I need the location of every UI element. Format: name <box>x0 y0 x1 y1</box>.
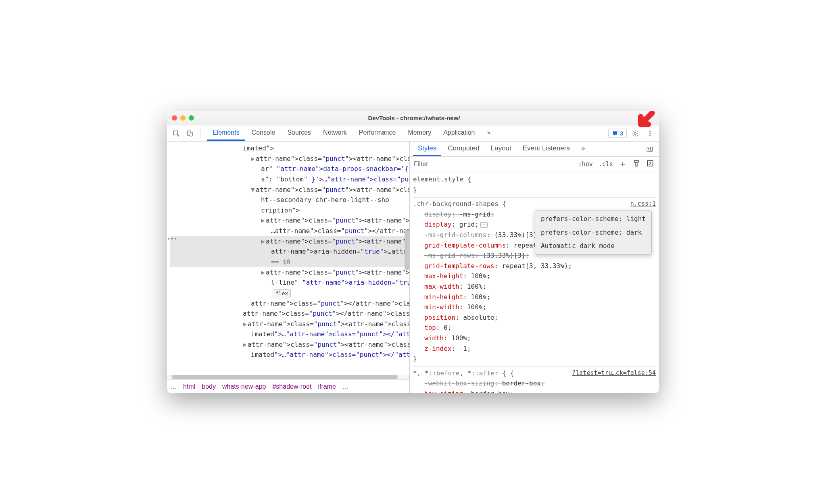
dom-line[interactable]: imated">…"attr-name">class="punct"></"at… <box>170 350 409 360</box>
dom-line[interactable]: l-line" "attr-name">aria-hidden="true">…… <box>170 277 409 288</box>
rendering-emulation-icon[interactable] <box>630 158 643 170</box>
cls-toggle[interactable]: .cls <box>596 159 615 169</box>
source-link[interactable]: n.css:1 <box>630 199 656 208</box>
gutter-dots[interactable]: ••• <box>167 234 177 243</box>
device-toggle-icon[interactable] <box>184 127 196 140</box>
dom-line[interactable]: cription"> <box>170 205 409 216</box>
dom-line[interactable]: ▶attr-name">class="punct"><attr-name">cl… <box>170 339 409 350</box>
dom-line[interactable]: ▶attr-name">class="punct"><attr-name">cl… <box>170 154 409 164</box>
hov-toggle[interactable]: :hov <box>576 159 595 169</box>
tab-memory[interactable]: Memory <box>402 126 437 141</box>
scrollbar-horizontal[interactable] <box>167 375 409 379</box>
tab-network[interactable]: Network <box>317 126 353 141</box>
issues-badge[interactable]: 3 <box>608 129 627 138</box>
dom-line[interactable]: ht--secondary chr-hero-light--sho <box>170 195 409 205</box>
tabs-overflow-icon[interactable]: » <box>481 126 496 141</box>
titlebar: DevTools - chrome://whats-new/ <box>167 111 659 125</box>
tab-layout[interactable]: Layout <box>486 142 516 156</box>
dom-line[interactable]: attr-name">class="punct"></attr-name">cl… <box>170 298 409 309</box>
source-link[interactable]: ?latest=tru…ck=false:54 <box>572 368 656 378</box>
tab-console[interactable]: Console <box>246 126 281 141</box>
panel-tabs: Elements Console Sources Network Perform… <box>207 126 607 141</box>
zoom-window[interactable] <box>189 115 194 121</box>
minimize-window[interactable] <box>180 115 186 121</box>
breadcrumb-item[interactable]: … <box>342 383 349 390</box>
svg-point-6 <box>649 135 651 136</box>
styles-panel: Styles Computed Layout Event Listeners »… <box>410 142 659 393</box>
tab-elements[interactable]: Elements <box>207 126 245 141</box>
dom-line[interactable]: attr-name">aria-hidden="true">…attr-name… <box>170 246 409 257</box>
popup-item[interactable]: prefers-color-scheme: dark <box>535 226 651 240</box>
breadcrumb: …htmlbodywhats-new-app#shadow-rootiframe… <box>167 379 409 393</box>
tab-event-listeners[interactable]: Event Listeners <box>518 142 575 156</box>
window-controls <box>172 115 194 121</box>
svg-rect-7 <box>647 147 653 151</box>
dom-line[interactable]: ar" "attr-name">data-props-snackbar='{"d… <box>170 164 409 174</box>
dom-line[interactable]: == $0 <box>170 257 409 267</box>
computed-sidebar-icon[interactable] <box>644 158 657 170</box>
styles-tabs-overflow-icon[interactable]: » <box>576 142 590 156</box>
dom-line[interactable]: attr-name">class="punct"></attr-name">cl… <box>170 308 409 319</box>
tab-performance[interactable]: Performance <box>353 126 402 141</box>
css-rule[interactable]: element.style {} <box>413 173 656 198</box>
filter-row: :hov .cls ＋ <box>410 157 659 171</box>
window-title: DevTools - chrome://whats-new/ <box>194 115 634 121</box>
dom-line[interactable]: imated">…"attr-name">class="punct"></"at… <box>170 329 409 339</box>
main-toolbar: Elements Console Sources Network Perform… <box>167 125 659 142</box>
toggle-sidebar-icon[interactable] <box>644 143 656 155</box>
dom-line[interactable]: s": "bottom" }'>…"attr-name">class="punc… <box>170 174 409 185</box>
dom-line[interactable]: ▶attr-name">class="punct"><attr-name">cl… <box>170 319 409 329</box>
devtools-window: DevTools - chrome://whats-new/ Elements … <box>167 111 659 393</box>
breadcrumb-item[interactable]: html <box>183 383 195 390</box>
popup-item[interactable]: Automatic dark mode <box>535 239 651 253</box>
breadcrumb-item[interactable]: … <box>170 383 177 390</box>
rendering-emulation-popup: prefers-color-scheme: light prefers-colo… <box>535 210 652 255</box>
dom-line[interactable]: flex <box>170 288 409 298</box>
filter-input[interactable] <box>410 160 574 168</box>
dom-line[interactable]: ▶attr-name">class="punct"><attr-name">cl… <box>170 267 409 278</box>
issues-count: 3 <box>620 130 623 137</box>
svg-rect-2 <box>190 132 192 136</box>
breadcrumb-item[interactable]: whats-new-app <box>222 383 266 390</box>
dom-line[interactable]: ▼attr-name">class="punct"><attr-name">cl… <box>170 185 409 195</box>
popup-item[interactable]: prefers-color-scheme: light <box>535 212 651 226</box>
dom-line[interactable]: …attr-name">class="punct"></attr-name">c… <box>170 226 409 236</box>
svg-rect-8 <box>647 160 653 166</box>
tab-styles[interactable]: Styles <box>413 142 441 156</box>
grid-badge-icon[interactable] <box>480 222 488 228</box>
dom-tree[interactable]: imated">▶attr-name">class="punct"><attr-… <box>167 142 409 375</box>
tab-computed[interactable]: Computed <box>443 142 484 156</box>
tab-application[interactable]: Application <box>438 126 480 141</box>
breadcrumb-item[interactable]: iframe <box>318 383 336 390</box>
scrollbar-vertical[interactable] <box>405 230 409 271</box>
css-rule[interactable]: ?latest=tru…ck=false:54*, *::before, *::… <box>413 367 656 393</box>
inspect-icon[interactable] <box>170 127 182 140</box>
elements-panel: imated">▶attr-name">class="punct"><attr-… <box>167 142 410 393</box>
dom-line[interactable]: ▶attr-name">class="punct"><attr-name">cl… <box>170 236 409 247</box>
tab-sources[interactable]: Sources <box>282 126 317 141</box>
breadcrumb-item[interactable]: #shadow-root <box>272 383 311 390</box>
close-window[interactable] <box>172 115 177 121</box>
dom-line[interactable]: ▶attr-name">class="punct"><attr-name">cl… <box>170 215 409 226</box>
dom-line[interactable]: imated"> <box>170 143 409 154</box>
breadcrumb-item[interactable]: body <box>202 383 216 390</box>
new-rule-icon[interactable]: ＋ <box>616 157 629 171</box>
styles-tabs: Styles Computed Layout Event Listeners » <box>410 142 659 157</box>
styles-body[interactable]: element.style {}n.css:1.chr-background-s… <box>410 171 659 393</box>
